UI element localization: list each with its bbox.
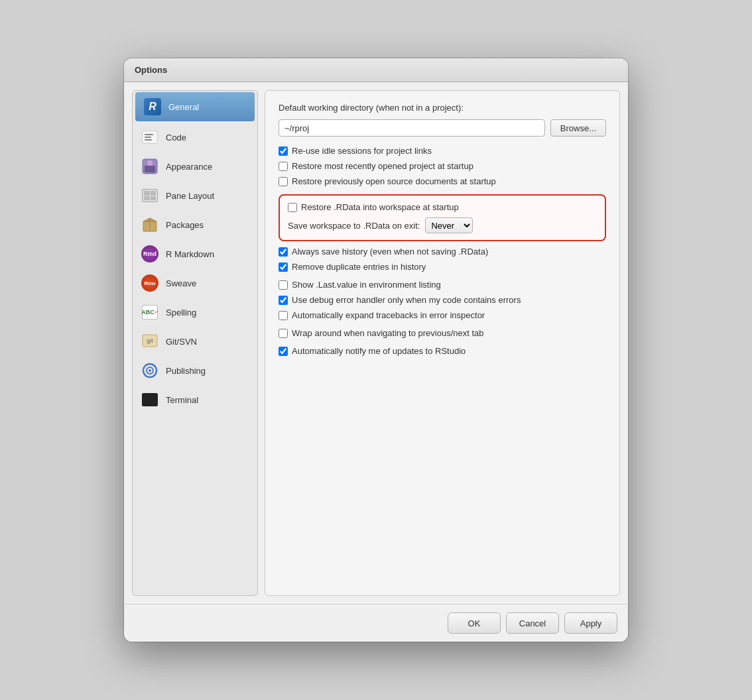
sidebar-item-general[interactable]: R General [135, 92, 255, 121]
checkbox-always-save-history-input[interactable] [279, 247, 288, 257]
sidebar-item-git-svn[interactable]: git Git/SVN [133, 327, 257, 356]
sidebar-item-packages[interactable]: Packages [133, 210, 257, 239]
checkbox-auto-notify-label: Automatically notify me of updates to RS… [292, 346, 466, 356]
checkbox-reuse-idle-label: Re-use idle sessions for project links [292, 146, 432, 156]
r-markdown-icon: Rmd [141, 245, 159, 263]
highlighted-section: Restore .RData into workspace at startup… [279, 194, 606, 241]
browse-button[interactable]: Browse... [550, 119, 606, 137]
checkbox-restore-rdata: Restore .RData into workspace at startup [288, 202, 597, 212]
checkbox-wrap-around: Wrap around when navigating to previous/… [279, 328, 606, 338]
save-workspace-label: Save workspace to .RData on exit: [288, 221, 420, 231]
sidebar-label-appearance: Appearance [166, 162, 212, 172]
checkbox-always-save-history-label: Always save history (even when not savin… [292, 247, 488, 257]
checkbox-reuse-idle: Re-use idle sessions for project links [279, 146, 606, 156]
sweave-icon: Rnw [141, 274, 159, 292]
sidebar-label-sweave: Sweave [166, 278, 196, 288]
svg-point-2 [147, 160, 153, 166]
spelling-icon: ABC✓ [141, 303, 159, 321]
publishing-icon [141, 361, 159, 380]
sidebar-label-pane-layout: Pane Layout [166, 191, 214, 201]
checkbox-expand-tracebacks: Automatically expand tracebacks in error… [279, 310, 606, 320]
sidebar-label-general: General [168, 102, 199, 112]
sidebar-item-pane-layout[interactable]: Pane Layout [133, 181, 257, 210]
checkbox-restore-recent-input[interactable] [279, 162, 288, 171]
svg-point-10 [149, 369, 151, 372]
content-area: Default working directory (when not in a… [265, 90, 620, 596]
checkbox-wrap-around-input[interactable] [279, 329, 288, 338]
sidebar-label-packages: Packages [166, 220, 204, 230]
sidebar-item-terminal[interactable]: Terminal [133, 385, 257, 414]
checkbox-remove-duplicates-input[interactable] [279, 262, 288, 272]
title-bar: Options [124, 58, 628, 82]
sidebar-label-terminal: Terminal [166, 395, 198, 405]
git-svn-icon: git [141, 332, 159, 351]
checkbox-restore-source-input[interactable] [279, 177, 288, 186]
checkbox-restore-recent: Restore most recently opened project at … [279, 161, 606, 171]
checkbox-auto-notify-input[interactable] [279, 347, 288, 356]
directory-row: Browse... [279, 119, 606, 137]
checkbox-always-save-history: Always save history (even when not savin… [279, 247, 606, 257]
dialog-body: R General Code [124, 82, 628, 604]
directory-label: Default working directory (when not in a… [279, 103, 606, 113]
checkbox-show-last-value-input[interactable] [279, 280, 288, 290]
checkbox-remove-duplicates-label: Remove duplicate entries in history [292, 262, 426, 272]
checkbox-show-last-value-label: Show .Last.value in environment listing [292, 280, 441, 290]
directory-input[interactable] [279, 119, 545, 137]
save-workspace-select[interactable]: Ask Always Never [425, 217, 473, 233]
checkbox-use-debug-input[interactable] [279, 296, 288, 305]
checkbox-restore-rdata-label: Restore .RData into workspace at startup [301, 202, 459, 212]
sidebar-label-r-markdown: R Markdown [166, 249, 214, 259]
checkbox-restore-recent-label: Restore most recently opened project at … [292, 161, 473, 171]
sidebar-item-sweave[interactable]: Rnw Sweave [133, 268, 257, 298]
sidebar-item-code[interactable]: Code [133, 123, 257, 152]
checkbox-reuse-idle-input[interactable] [279, 146, 288, 156]
checkbox-remove-duplicates: Remove duplicate entries in history [279, 262, 606, 272]
sidebar-item-appearance[interactable]: Appearance [133, 152, 257, 181]
code-icon [141, 128, 159, 146]
general-icon: R [143, 97, 162, 116]
sidebar-label-code: Code [166, 133, 186, 143]
save-row: Save workspace to .RData on exit: Ask Al… [288, 217, 597, 233]
dialog-title: Options [135, 65, 167, 75]
checkbox-show-last-value: Show .Last.value in environment listing [279, 280, 606, 290]
terminal-icon [141, 390, 159, 409]
sidebar-label-spelling: Spelling [166, 308, 196, 318]
svg-rect-1 [145, 166, 155, 172]
checkbox-restore-rdata-input[interactable] [288, 203, 297, 212]
svg-text:git: git [147, 337, 153, 344]
dialog-footer: OK Cancel Apply [124, 604, 628, 642]
checkbox-restore-source-label: Restore previously open source documents… [292, 176, 496, 186]
options-dialog: Options R General Code [124, 58, 628, 642]
checkbox-auto-notify: Automatically notify me of updates to RS… [279, 346, 606, 356]
sidebar-label-git-svn: Git/SVN [166, 337, 197, 347]
apply-button[interactable]: Apply [564, 612, 617, 634]
sidebar-item-publishing[interactable]: Publishing [133, 356, 257, 385]
checkbox-use-debug: Use debug error handler only when my cod… [279, 295, 606, 305]
checkbox-use-debug-label: Use debug error handler only when my cod… [292, 295, 521, 305]
checkbox-restore-source: Restore previously open source documents… [279, 176, 606, 186]
cancel-button[interactable]: Cancel [506, 612, 559, 634]
checkbox-expand-tracebacks-label: Automatically expand tracebacks in error… [292, 310, 485, 320]
packages-icon [141, 215, 159, 234]
sidebar: R General Code [132, 90, 258, 596]
sidebar-item-r-markdown[interactable]: Rmd R Markdown [133, 239, 257, 268]
appearance-icon [141, 157, 159, 176]
pane-layout-icon [141, 186, 159, 205]
sidebar-label-publishing: Publishing [166, 366, 206, 376]
checkbox-expand-tracebacks-input[interactable] [279, 311, 288, 320]
sidebar-item-spelling[interactable]: ABC✓ Spelling [133, 298, 257, 327]
checkbox-wrap-around-label: Wrap around when navigating to previous/… [292, 328, 484, 338]
ok-button[interactable]: OK [448, 612, 501, 634]
